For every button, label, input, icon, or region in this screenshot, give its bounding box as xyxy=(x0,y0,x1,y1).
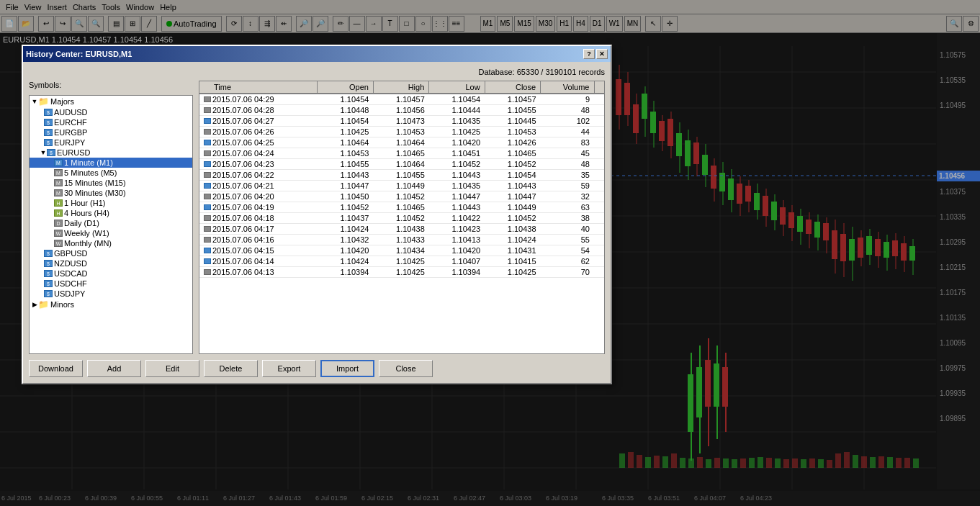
tree-item-h1[interactable]: H 1 Hour (H1) xyxy=(30,198,192,208)
symbol-icon-usdchf: $ xyxy=(44,280,53,287)
cell-open: 1.10425 xyxy=(318,127,373,137)
tree-item-usdjpy[interactable]: $ USDJPY xyxy=(30,289,192,299)
tree-label-eurgbp: EURGBP xyxy=(54,128,87,137)
period-icon-m5: M xyxy=(54,169,63,176)
tree-item-w1[interactable]: W Weekly (W1) xyxy=(30,228,192,238)
period-icon-h1: H xyxy=(54,199,63,207)
table-row[interactable]: 2015.07.06 04:24 1.10453 1.10465 1.10451… xyxy=(199,148,604,159)
tree-item-minors[interactable]: ▶ 📁 Minors xyxy=(30,299,192,310)
table-row[interactable]: 2015.07.06 04:18 1.10437 1.10452 1.10422… xyxy=(199,213,604,224)
cell-open: 1.10454 xyxy=(318,94,373,105)
expander-eurusd[interactable]: ▼ xyxy=(40,149,47,156)
symbol-icon-nzdusd: $ xyxy=(44,260,53,267)
tree-item-gbpusd[interactable]: $ GBPUSD xyxy=(30,248,192,258)
cell-time: 2015.07.06 04:24 xyxy=(199,148,318,159)
cell-open: 1.10437 xyxy=(318,213,373,224)
dialog-titlebar[interactable]: History Center: EURUSD,M1 ? ✕ xyxy=(23,46,611,62)
cell-open: 1.10452 xyxy=(318,202,373,213)
folder-open-icon: 📁 xyxy=(38,96,49,107)
symbol-icon-usdcad: $ xyxy=(44,270,53,277)
cell-high: 1.10449 xyxy=(373,181,428,191)
row-icon xyxy=(204,140,211,145)
cell-close: 1.10449 xyxy=(485,202,540,213)
tree-item-usdchf[interactable]: $ USDCHF xyxy=(30,279,192,289)
table-row[interactable]: 2015.07.06 04:27 1.10454 1.10473 1.10435… xyxy=(199,116,604,127)
cell-time: 2015.07.06 04:22 xyxy=(199,170,318,181)
tree-item-eurchf[interactable]: $ EURCHF xyxy=(30,117,192,127)
cell-low: 1.10420 xyxy=(429,137,485,148)
period-icon-h4: H xyxy=(54,209,63,217)
cell-open: 1.10455 xyxy=(318,159,373,170)
tree-item-m15[interactable]: M 15 Minutes (M15) xyxy=(30,178,192,188)
table-row[interactable]: 2015.07.06 04:13 1.10394 1.10425 1.10394… xyxy=(199,267,604,278)
table-row[interactable]: 2015.07.06 04:21 1.10447 1.10449 1.10435… xyxy=(199,181,604,191)
tree-label-usdchf: USDCHF xyxy=(54,279,87,288)
cell-volume: 32 xyxy=(541,191,594,202)
table-row[interactable]: 2015.07.06 04:14 1.10424 1.10425 1.10407… xyxy=(199,256,604,267)
table-row[interactable]: 2015.07.06 04:19 1.10452 1.10465 1.10443… xyxy=(199,202,604,213)
cell-high: 1.10464 xyxy=(373,159,428,170)
cell-close: 1.10447 xyxy=(485,191,540,202)
tree-item-eurusd[interactable]: ▼ $ EURUSD xyxy=(30,148,192,158)
row-icon xyxy=(204,118,211,124)
export-button[interactable]: Export xyxy=(262,360,316,377)
tree-item-d1[interactable]: D Daily (D1) xyxy=(30,218,192,228)
tree-item-usdcad[interactable]: $ USDCAD xyxy=(30,268,192,279)
cell-open: 1.10464 xyxy=(318,137,373,148)
table-row[interactable]: 2015.07.06 04:15 1.10420 1.10434 1.10420… xyxy=(199,245,604,256)
data-table-scroll[interactable]: Time Open High Low Close Volume 20 xyxy=(199,81,604,353)
expander-majors[interactable]: ▼ xyxy=(31,98,38,105)
cell-open: 1.10424 xyxy=(318,224,373,235)
table-row[interactable]: 2015.07.06 04:25 1.10464 1.10464 1.10420… xyxy=(199,137,604,148)
table-row[interactable]: 2015.07.06 04:29 1.10454 1.10457 1.10454… xyxy=(199,94,604,105)
expander-minors[interactable]: ▶ xyxy=(31,301,38,308)
cell-low: 1.10447 xyxy=(429,191,485,202)
table-header-row: Time Open High Low Close Volume xyxy=(199,81,604,94)
import-button[interactable]: Import xyxy=(320,360,374,377)
delete-button[interactable]: Delete xyxy=(204,360,258,377)
tree-item-m30[interactable]: M 30 Minutes (M30) xyxy=(30,188,192,198)
table-row[interactable]: 2015.07.06 04:28 1.10448 1.10456 1.10444… xyxy=(199,105,604,116)
tree-item-mn[interactable]: W Monthly (MN) xyxy=(30,238,192,248)
help-button[interactable]: ? xyxy=(583,49,595,59)
table-row[interactable]: 2015.07.06 04:16 1.10432 1.10433 1.10413… xyxy=(199,235,604,245)
edit-button[interactable]: Edit xyxy=(145,360,199,377)
cell-time: 2015.07.06 04:16 xyxy=(199,235,318,245)
cell-high: 1.10465 xyxy=(373,202,428,213)
add-button[interactable]: Add xyxy=(87,360,141,377)
cell-close: 1.10453 xyxy=(485,127,540,137)
cell-time: 2015.07.06 04:15 xyxy=(199,245,318,256)
dialog-close-button[interactable]: ✕ xyxy=(596,49,608,59)
tree-item-h4[interactable]: H 4 Hours (H4) xyxy=(30,208,192,218)
cell-low: 1.10451 xyxy=(429,148,485,159)
cell-close: 1.10426 xyxy=(485,137,540,148)
tree-item-eurjpy[interactable]: $ EURJPY xyxy=(30,137,192,148)
table-row[interactable]: 2015.07.06 04:26 1.10425 1.10453 1.10425… xyxy=(199,127,604,137)
table-row[interactable]: 2015.07.06 04:20 1.10450 1.10452 1.10447… xyxy=(199,191,604,202)
table-row[interactable]: 2015.07.06 04:22 1.10443 1.10455 1.10443… xyxy=(199,170,604,181)
tree-item-m1[interactable]: M 1 Minute (M1) xyxy=(30,158,192,168)
database-info: Database: 65330 / 3190101 records xyxy=(478,68,605,76)
tree-item-majors[interactable]: ▼ 📁 Majors xyxy=(30,96,192,107)
buttons-row: Download Add Edit Delete Export Import C… xyxy=(29,360,605,377)
tree-label-usdcad: USDCAD xyxy=(54,269,87,278)
tree-item-m5[interactable]: M 5 Minutes (M5) xyxy=(30,168,192,178)
tree-label-minors: Minors xyxy=(50,300,74,309)
symbol-tree[interactable]: ▼ 📁 Majors $ AUDUSD $ EURCHF xyxy=(29,95,193,354)
tree-item-nzdusd[interactable]: $ NZDUSD xyxy=(30,258,192,268)
cell-time: 2015.07.06 04:27 xyxy=(199,116,318,127)
cell-high: 1.10425 xyxy=(373,256,428,267)
tree-item-eurgbp[interactable]: $ EURGBP xyxy=(30,127,192,137)
tree-item-audusd[interactable]: $ AUDUSD xyxy=(30,107,192,117)
cell-close: 1.10438 xyxy=(485,224,540,235)
close-button[interactable]: Close xyxy=(379,360,433,377)
table-row[interactable]: 2015.07.06 04:23 1.10455 1.10464 1.10452… xyxy=(199,159,604,170)
symbol-icon-audusd: $ xyxy=(44,109,53,116)
table-row[interactable]: 2015.07.06 04:17 1.10424 1.10438 1.10423… xyxy=(199,224,604,235)
cell-time: 2015.07.06 04:14 xyxy=(199,256,318,267)
row-icon xyxy=(204,226,211,232)
download-button[interactable]: Download xyxy=(29,360,83,377)
cell-high: 1.10425 xyxy=(373,267,428,278)
cell-high: 1.10456 xyxy=(373,105,428,116)
cell-close: 1.10431 xyxy=(485,245,540,256)
